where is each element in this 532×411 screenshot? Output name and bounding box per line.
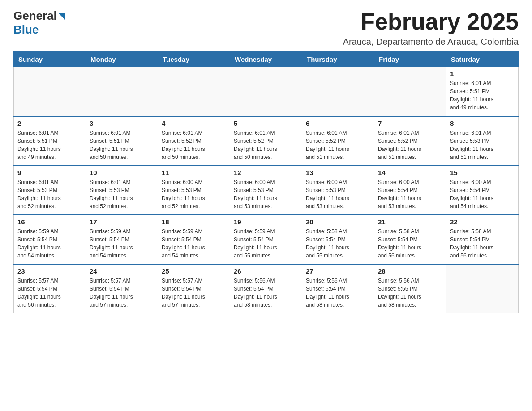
calendar-cell: 6Sunrise: 6:01 AM Sunset: 5:52 PM Daylig… (302, 116, 374, 166)
weekday-header-monday: Monday (86, 52, 158, 67)
calendar-cell: 24Sunrise: 5:57 AM Sunset: 5:54 PM Dayli… (86, 264, 158, 313)
day-number: 25 (162, 267, 226, 275)
day-info: Sunrise: 5:58 AM Sunset: 5:54 PM Dayligh… (306, 227, 370, 260)
day-info: Sunrise: 6:01 AM Sunset: 5:52 PM Dayligh… (378, 129, 442, 161)
day-info: Sunrise: 6:00 AM Sunset: 5:53 PM Dayligh… (306, 178, 370, 210)
calendar-cell: 19Sunrise: 5:59 AM Sunset: 5:54 PM Dayli… (230, 215, 302, 264)
day-info: Sunrise: 5:59 AM Sunset: 5:54 PM Dayligh… (234, 227, 298, 260)
location-title: Arauca, Departamento de Arauca, Colombia (343, 37, 519, 47)
day-number: 5 (234, 120, 298, 127)
calendar-week-row: 9Sunrise: 6:01 AM Sunset: 5:53 PM Daylig… (14, 166, 519, 215)
day-number: 21 (378, 218, 442, 226)
day-number: 28 (378, 267, 442, 275)
calendar-cell: 7Sunrise: 6:01 AM Sunset: 5:52 PM Daylig… (374, 116, 446, 166)
day-info: Sunrise: 5:59 AM Sunset: 5:54 PM Dayligh… (90, 227, 154, 260)
weekday-header-saturday: Saturday (446, 52, 519, 67)
day-number: 16 (17, 218, 82, 226)
logo-blue-text: Blue (13, 23, 39, 37)
calendar-cell: 18Sunrise: 5:59 AM Sunset: 5:54 PM Dayli… (158, 215, 230, 264)
calendar-cell: 15Sunrise: 6:00 AM Sunset: 5:54 PM Dayli… (446, 166, 519, 215)
day-info: Sunrise: 6:01 AM Sunset: 5:52 PM Dayligh… (306, 129, 370, 161)
calendar-cell: 27Sunrise: 5:56 AM Sunset: 5:54 PM Dayli… (302, 264, 374, 313)
day-info: Sunrise: 6:01 AM Sunset: 5:52 PM Dayligh… (234, 129, 298, 161)
day-number: 13 (306, 169, 370, 176)
calendar-table: SundayMondayTuesdayWednesdayThursdayFrid… (13, 51, 519, 313)
svg-marker-0 (59, 13, 65, 20)
day-number: 14 (378, 169, 442, 176)
day-number: 1 (450, 70, 515, 77)
day-info: Sunrise: 6:01 AM Sunset: 5:53 PM Dayligh… (90, 178, 154, 210)
day-info: Sunrise: 6:01 AM Sunset: 5:51 PM Dayligh… (17, 129, 82, 161)
weekday-header-friday: Friday (374, 52, 446, 67)
day-number: 8 (450, 120, 515, 127)
day-number: 15 (450, 169, 515, 176)
day-info: Sunrise: 5:56 AM Sunset: 5:54 PM Dayligh… (306, 277, 370, 309)
weekday-header-row: SundayMondayTuesdayWednesdayThursdayFrid… (14, 52, 519, 67)
weekday-header-tuesday: Tuesday (158, 52, 230, 67)
day-info: Sunrise: 5:57 AM Sunset: 5:54 PM Dayligh… (162, 277, 226, 309)
day-number: 23 (17, 267, 82, 275)
calendar-cell: 10Sunrise: 6:01 AM Sunset: 5:53 PM Dayli… (86, 166, 158, 215)
day-info: Sunrise: 5:57 AM Sunset: 5:54 PM Dayligh… (17, 277, 82, 309)
header: General Blue February 2025 Arauca, Depar… (13, 9, 519, 47)
calendar-cell: 3Sunrise: 6:01 AM Sunset: 5:51 PM Daylig… (86, 116, 158, 166)
day-info: Sunrise: 5:56 AM Sunset: 5:55 PM Dayligh… (378, 277, 442, 309)
calendar-cell: 12Sunrise: 6:00 AM Sunset: 5:53 PM Dayli… (230, 166, 302, 215)
calendar-cell (230, 67, 302, 116)
day-info: Sunrise: 6:01 AM Sunset: 5:52 PM Dayligh… (162, 129, 226, 161)
calendar-cell: 9Sunrise: 6:01 AM Sunset: 5:53 PM Daylig… (14, 166, 86, 215)
calendar-cell: 21Sunrise: 5:58 AM Sunset: 5:54 PM Dayli… (374, 215, 446, 264)
day-number: 18 (162, 218, 226, 226)
day-number: 12 (234, 169, 298, 176)
calendar-cell: 26Sunrise: 5:56 AM Sunset: 5:54 PM Dayli… (230, 264, 302, 313)
calendar-cell: 13Sunrise: 6:00 AM Sunset: 5:53 PM Dayli… (302, 166, 374, 215)
calendar-cell: 4Sunrise: 6:01 AM Sunset: 5:52 PM Daylig… (158, 116, 230, 166)
calendar-week-row: 1Sunrise: 6:01 AM Sunset: 5:51 PM Daylig… (14, 67, 519, 116)
day-info: Sunrise: 5:56 AM Sunset: 5:54 PM Dayligh… (234, 277, 298, 309)
day-number: 4 (162, 120, 226, 127)
calendar-week-row: 23Sunrise: 5:57 AM Sunset: 5:54 PM Dayli… (14, 264, 519, 313)
day-info: Sunrise: 6:00 AM Sunset: 5:53 PM Dayligh… (234, 178, 298, 210)
month-title: February 2025 (343, 9, 519, 34)
calendar-cell: 5Sunrise: 6:01 AM Sunset: 5:52 PM Daylig… (230, 116, 302, 166)
weekday-header-wednesday: Wednesday (230, 52, 302, 67)
calendar-cell: 22Sunrise: 5:58 AM Sunset: 5:54 PM Dayli… (446, 215, 519, 264)
day-number: 3 (90, 120, 154, 127)
day-number: 17 (90, 218, 154, 226)
day-info: Sunrise: 6:00 AM Sunset: 5:53 PM Dayligh… (162, 178, 226, 210)
weekday-header-sunday: Sunday (14, 52, 86, 67)
day-info: Sunrise: 6:01 AM Sunset: 5:53 PM Dayligh… (17, 178, 82, 210)
calendar-cell (158, 67, 230, 116)
calendar-cell: 16Sunrise: 5:59 AM Sunset: 5:54 PM Dayli… (14, 215, 86, 264)
calendar-week-row: 16Sunrise: 5:59 AM Sunset: 5:54 PM Dayli… (14, 215, 519, 264)
day-info: Sunrise: 5:58 AM Sunset: 5:54 PM Dayligh… (378, 227, 442, 260)
day-info: Sunrise: 6:00 AM Sunset: 5:54 PM Dayligh… (378, 178, 442, 210)
day-number: 26 (234, 267, 298, 275)
calendar-cell: 20Sunrise: 5:58 AM Sunset: 5:54 PM Dayli… (302, 215, 374, 264)
day-number: 6 (306, 120, 370, 127)
day-number: 7 (378, 120, 442, 127)
logo-arrow-icon (58, 13, 66, 21)
day-info: Sunrise: 6:01 AM Sunset: 5:51 PM Dayligh… (90, 129, 154, 161)
calendar-cell: 8Sunrise: 6:01 AM Sunset: 5:53 PM Daylig… (446, 116, 519, 166)
day-info: Sunrise: 5:59 AM Sunset: 5:54 PM Dayligh… (162, 227, 226, 260)
calendar-cell: 17Sunrise: 5:59 AM Sunset: 5:54 PM Dayli… (86, 215, 158, 264)
day-info: Sunrise: 6:01 AM Sunset: 5:53 PM Dayligh… (450, 129, 515, 161)
calendar-cell (446, 264, 519, 313)
day-number: 10 (90, 169, 154, 176)
day-number: 2 (17, 120, 82, 127)
day-number: 9 (17, 169, 82, 176)
day-info: Sunrise: 6:01 AM Sunset: 5:51 PM Dayligh… (450, 79, 515, 111)
day-number: 20 (306, 218, 370, 226)
calendar-cell: 14Sunrise: 6:00 AM Sunset: 5:54 PM Dayli… (374, 166, 446, 215)
calendar-cell: 11Sunrise: 6:00 AM Sunset: 5:53 PM Dayli… (158, 166, 230, 215)
day-info: Sunrise: 5:59 AM Sunset: 5:54 PM Dayligh… (17, 227, 82, 260)
day-number: 27 (306, 267, 370, 275)
calendar-cell (14, 67, 86, 116)
title-area: February 2025 Arauca, Departamento de Ar… (343, 9, 519, 47)
day-number: 22 (450, 218, 515, 226)
calendar-cell (374, 67, 446, 116)
calendar-cell: 25Sunrise: 5:57 AM Sunset: 5:54 PM Dayli… (158, 264, 230, 313)
calendar-cell (302, 67, 374, 116)
calendar-cell: 1Sunrise: 6:01 AM Sunset: 5:51 PM Daylig… (446, 67, 519, 116)
